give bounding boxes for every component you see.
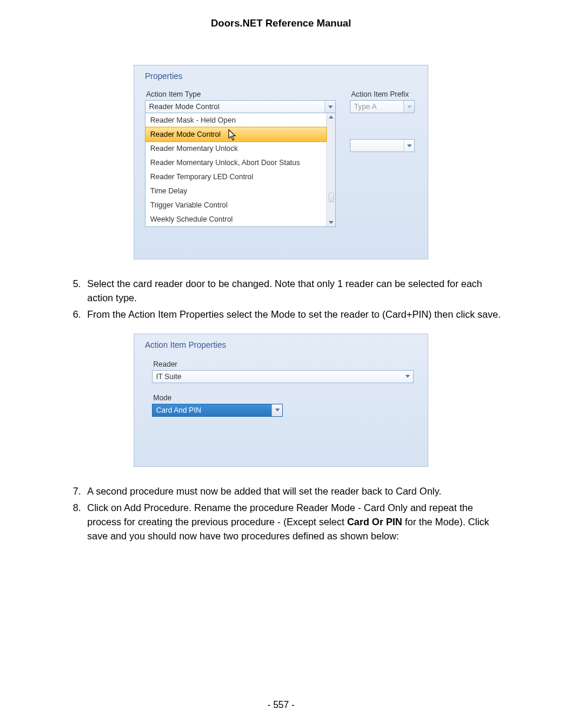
instruction-step: A second procedure must now be added tha… bbox=[84, 485, 503, 499]
action-item-prefix-combo[interactable]: Type A bbox=[350, 100, 415, 113]
secondary-combo[interactable] bbox=[350, 139, 415, 152]
action-item-prefix-label: Action Item Prefix bbox=[351, 90, 416, 98]
scrollbar-thumb[interactable] bbox=[329, 193, 334, 202]
action-item-properties-title: Action Item Properties bbox=[145, 340, 417, 350]
action-item-properties-panel: Action Item Properties Reader IT Suite M… bbox=[134, 334, 428, 467]
document-title: Doors.NET Reference Manual bbox=[59, 18, 503, 29]
mode-combo[interactable]: Card And PIN bbox=[152, 404, 283, 417]
listbox-item[interactable]: Reader Temporary LED Control bbox=[146, 170, 326, 184]
action-item-type-listbox[interactable]: Reader Mask - Held OpenReader Mode Contr… bbox=[145, 113, 336, 227]
page-number: - 557 - bbox=[0, 700, 562, 710]
chevron-down-icon[interactable] bbox=[325, 101, 335, 113]
scroll-down-icon[interactable] bbox=[329, 221, 333, 224]
listbox-item[interactable]: Trigger Variable Control bbox=[146, 198, 326, 212]
action-item-type-label: Action Item Type bbox=[146, 90, 335, 98]
mode-value: Card And PIN bbox=[156, 406, 272, 414]
instruction-list-a: Select the card reader door to be change… bbox=[59, 277, 503, 322]
chevron-down-icon[interactable] bbox=[272, 404, 282, 416]
instruction-step: From the Action Item Properties select t… bbox=[84, 308, 503, 322]
reader-label: Reader bbox=[153, 360, 412, 368]
action-item-type-value: Reader Mode Control bbox=[149, 103, 325, 111]
chevron-down-icon[interactable] bbox=[404, 101, 414, 113]
listbox-scrollbar[interactable] bbox=[326, 113, 335, 226]
properties-panel-title: Properties bbox=[145, 71, 417, 81]
listbox-item[interactable]: Reader Mode Control bbox=[145, 127, 327, 142]
instruction-list-b: A second procedure must now be added tha… bbox=[59, 485, 503, 543]
mode-label: Mode bbox=[153, 394, 412, 402]
chevron-down-icon[interactable] bbox=[402, 371, 413, 383]
listbox-item[interactable]: Time Delay bbox=[146, 184, 326, 198]
action-item-prefix-value: Type A bbox=[354, 103, 404, 111]
listbox-item[interactable]: Weekly Schedule Control bbox=[146, 212, 326, 226]
listbox-item[interactable]: Reader Momentary Unlock, Abort Door Stat… bbox=[146, 156, 326, 170]
instruction-step: Click on Add Procedure. Rename the proce… bbox=[84, 501, 503, 543]
action-item-type-combo[interactable]: Reader Mode Control bbox=[145, 100, 336, 113]
instruction-step: Select the card reader door to be change… bbox=[84, 277, 503, 305]
listbox-item[interactable]: Reader Momentary Unlock bbox=[146, 141, 326, 156]
chevron-down-icon[interactable] bbox=[404, 140, 414, 151]
properties-panel: Properties Action Item Type Reader Mode … bbox=[134, 65, 428, 259]
listbox-item[interactable]: Reader Mask - Held Open bbox=[146, 113, 326, 127]
reader-combo[interactable]: IT Suite bbox=[152, 370, 414, 383]
scroll-up-icon[interactable] bbox=[329, 116, 333, 118]
reader-value: IT Suite bbox=[156, 373, 402, 381]
